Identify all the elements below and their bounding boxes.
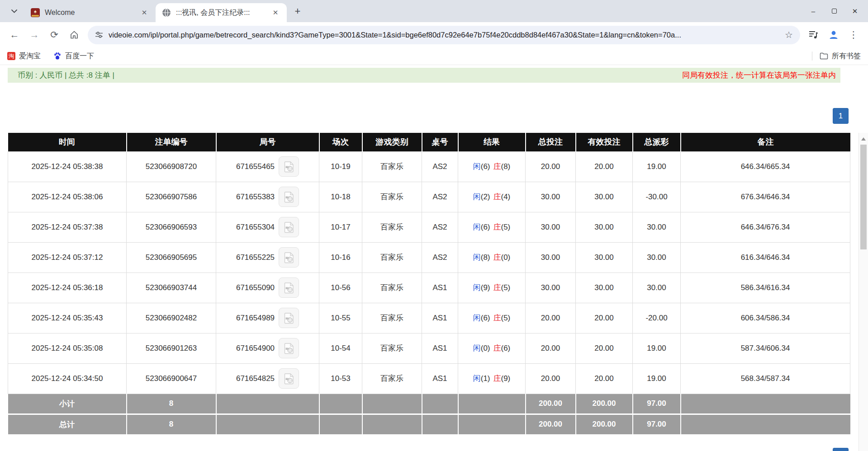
cell-round: 671655304 <box>216 212 319 242</box>
cell-table-no: AS1 <box>422 272 458 303</box>
player-result: 闲 <box>473 223 481 231</box>
cell-game-type: 百家乐 <box>362 333 422 363</box>
browser-menu-button[interactable]: ⋮ <box>845 26 862 43</box>
scrollbar-thumb[interactable] <box>860 145 867 249</box>
cell-table-no: AS1 <box>422 333 458 363</box>
round-id: 671655304 <box>236 223 275 232</box>
video-replay-button[interactable] <box>279 156 299 177</box>
video-file-icon <box>283 312 295 324</box>
col-remark: 备注 <box>681 133 850 151</box>
tab-betrecord[interactable]: :::视讯, 会员下注纪录::: ✕ <box>156 3 287 22</box>
tab-welcome[interactable]: ♠ Welcome ✕ <box>24 3 156 22</box>
site-settings-icon[interactable] <box>95 31 103 39</box>
page-scrollbar[interactable] <box>859 133 868 451</box>
cell-bet-id: 523066903744 <box>127 272 216 303</box>
cell-valid-bet: 20.00 <box>576 363 633 394</box>
cell-round: 671654825 <box>216 363 319 394</box>
video-file-icon <box>283 221 295 234</box>
total-row: 总计 8 200.00 200.00 97.00 <box>8 414 850 434</box>
media-controls-button[interactable] <box>805 26 822 43</box>
video-replay-button[interactable] <box>279 277 299 298</box>
video-replay-button[interactable] <box>279 187 299 207</box>
bookmarks-right: 所有书签 <box>812 52 861 61</box>
minimize-button[interactable]: – <box>803 0 824 22</box>
cell-round: 671654900 <box>216 333 319 363</box>
video-file-icon <box>283 342 295 355</box>
page-content: 币别 : 人民币 | 总共 :8 注单 | 同局有效投注，统一计算在该局第一张注… <box>0 68 868 451</box>
cell-result: 闲(9)庄(5) <box>458 272 526 303</box>
globe-favicon-icon <box>162 8 171 17</box>
new-tab-button[interactable]: + <box>291 5 304 18</box>
maximize-button[interactable] <box>824 0 844 22</box>
cell-total-bet: 20.00 <box>526 303 576 333</box>
page-1-button-bottom[interactable]: 1 <box>833 448 849 451</box>
table-row: 2025-12-24 05:34:50 523066900647 6716548… <box>8 363 850 394</box>
cell-payout: 19.00 <box>633 151 681 182</box>
cell-result: 闲(1)庄(9) <box>458 363 526 394</box>
back-button[interactable]: ← <box>6 26 23 43</box>
cell-time: 2025-12-24 05:37:38 <box>8 212 127 242</box>
cell-table-no: AS1 <box>422 363 458 394</box>
reload-button[interactable]: ⟳ <box>46 26 63 43</box>
table-row: 2025-12-24 05:38:06 523066907586 6716553… <box>8 182 850 212</box>
tab-close-icon[interactable]: ✕ <box>270 8 280 18</box>
divider <box>812 52 812 61</box>
page-1-button[interactable]: 1 <box>833 108 849 124</box>
profile-avatar[interactable] <box>825 26 842 43</box>
cell-valid-bet: 30.00 <box>576 272 633 303</box>
table-row: 2025-12-24 05:37:38 523066906593 6716553… <box>8 212 850 242</box>
cell-remark: 606.34/586.34 <box>681 303 850 333</box>
url-text[interactable]: videoie.com/ipl/portal.php/game/betrecor… <box>109 31 780 39</box>
home-button[interactable] <box>66 26 83 43</box>
cell-time: 2025-12-24 05:38:38 <box>8 151 127 182</box>
home-icon <box>70 30 79 39</box>
player-result: 闲 <box>473 283 481 292</box>
cell-time: 2025-12-24 05:35:43 <box>8 303 127 333</box>
banker-result: 庄 <box>493 374 501 383</box>
bookmark-label: 爱淘宝 <box>19 52 41 61</box>
round-id: 671655090 <box>236 283 275 292</box>
forward-button[interactable]: → <box>26 26 43 43</box>
cell-session: 10-18 <box>319 182 362 212</box>
cell-game-type: 百家乐 <box>362 182 422 212</box>
total-valid-bet: 200.00 <box>576 414 633 434</box>
banker-result: 庄 <box>493 283 501 292</box>
cell-total-bet: 30.00 <box>526 272 576 303</box>
cell-game-type: 百家乐 <box>362 212 422 242</box>
all-bookmarks-button[interactable]: 所有书签 <box>820 52 861 61</box>
bookmark-baidu[interactable]: 百度一下 <box>53 52 94 61</box>
col-bet-id: 注单编号 <box>127 133 216 151</box>
video-replay-button[interactable] <box>279 247 299 268</box>
cell-payout: 30.00 <box>633 272 681 303</box>
close-button[interactable]: ✕ <box>844 0 865 22</box>
bookmark-taobao[interactable]: 淘 爱淘宝 <box>7 52 41 61</box>
subtotal-label: 小计 <box>8 394 127 414</box>
player-result: 闲 <box>473 193 481 201</box>
cell-session: 10-17 <box>319 212 362 242</box>
cell-bet-id: 523066907586 <box>127 182 216 212</box>
round-id: 671655225 <box>236 253 275 262</box>
cell-round: 671654989 <box>216 303 319 333</box>
address-bar[interactable]: videoie.com/ipl/portal.php/game/betrecor… <box>88 26 800 44</box>
video-replay-button[interactable] <box>279 368 299 389</box>
notice-text: 同局有效投注，统一计算在该局第一张注单内 <box>682 70 836 80</box>
video-replay-button[interactable] <box>279 217 299 237</box>
tab-close-icon[interactable]: ✕ <box>139 8 149 18</box>
cell-table-no: AS1 <box>422 303 458 333</box>
cell-time: 2025-12-24 05:36:18 <box>8 272 127 303</box>
table-footer: 小计 8 200.00 200.00 97.00 总计 8 200.00 200… <box>8 394 850 434</box>
pagination-top: 1 <box>833 108 849 124</box>
bookmark-star-icon[interactable]: ☆ <box>785 29 793 40</box>
cell-payout: 30.00 <box>633 212 681 242</box>
table-row: 2025-12-24 05:35:43 523066902482 6716549… <box>8 303 850 333</box>
cell-payout: 30.00 <box>633 242 681 272</box>
tab-search-button[interactable] <box>8 5 20 17</box>
bet-records-table: 时间 注单编号 局号 场次 游戏类别 桌号 结果 总投注 有效投注 总派彩 备注… <box>8 133 850 434</box>
scroll-up-icon[interactable] <box>859 134 868 144</box>
subtotal-count: 8 <box>127 394 216 414</box>
cell-payout: -30.00 <box>633 182 681 212</box>
video-replay-button[interactable] <box>279 308 299 328</box>
browser-toolbar: ← → ⟳ videoie.com/ipl/portal.php/game/be… <box>0 22 868 47</box>
cell-valid-bet: 20.00 <box>576 333 633 363</box>
video-replay-button[interactable] <box>279 338 299 358</box>
